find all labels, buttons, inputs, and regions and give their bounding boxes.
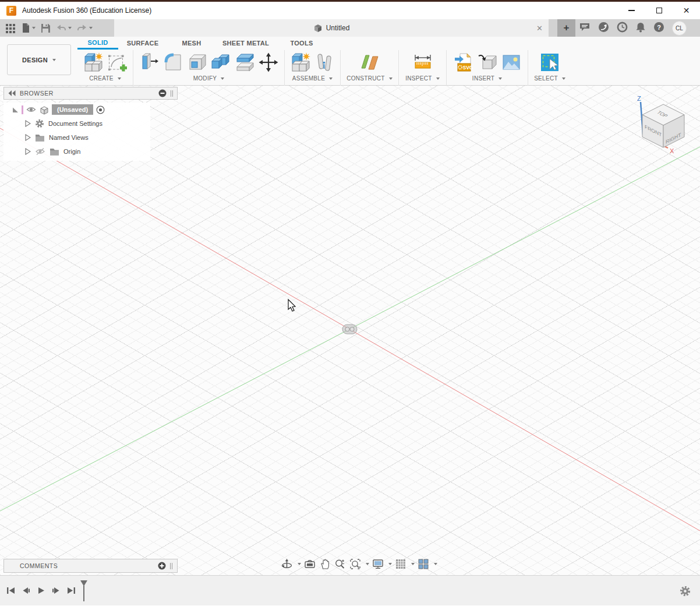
browser-tree: (Unsaved) Document Settings Named Views bbox=[3, 103, 150, 161]
fit-caret-icon[interactable] bbox=[366, 563, 369, 565]
activate-radio-icon[interactable] bbox=[96, 105, 105, 114]
modeling-canvas[interactable]: TOP FRONT RIGHT Z X BROWSER (Uns bbox=[0, 86, 700, 575]
display-settings-button[interactable] bbox=[372, 558, 384, 570]
notification-center-clock-icon[interactable] bbox=[617, 22, 628, 35]
orbit-caret-icon[interactable] bbox=[298, 563, 301, 565]
browser-item-named-views[interactable]: Named Views bbox=[3, 131, 150, 145]
browser-header[interactable]: BROWSER bbox=[3, 87, 178, 100]
extensions-icon[interactable] bbox=[598, 22, 609, 35]
redo-button[interactable] bbox=[77, 23, 93, 33]
browser-item-origin[interactable]: Origin bbox=[3, 145, 150, 158]
tab-solid[interactable]: SOLID bbox=[77, 37, 118, 50]
grid-caret-icon[interactable] bbox=[411, 563, 415, 565]
orbit-button[interactable] bbox=[280, 558, 294, 570]
browser-root-row[interactable]: (Unsaved) bbox=[3, 103, 150, 117]
zoom-button[interactable] bbox=[334, 558, 347, 570]
panel-grip[interactable] bbox=[171, 90, 173, 97]
tab-sheet-metal[interactable]: SHEET METAL bbox=[216, 37, 275, 50]
pan-button[interactable] bbox=[319, 558, 331, 570]
shell-button[interactable] bbox=[186, 51, 208, 74]
timeline-settings-gear-icon[interactable] bbox=[680, 586, 691, 599]
press-pull-button[interactable] bbox=[138, 51, 160, 74]
origin-marker[interactable] bbox=[342, 325, 357, 334]
group-insert-label[interactable]: INSERT bbox=[472, 75, 502, 82]
workspace-switcher-button[interactable]: DESIGN bbox=[7, 44, 71, 75]
group-modify-label[interactable]: MODIFY bbox=[193, 75, 225, 82]
job-status-icon[interactable] bbox=[579, 22, 591, 34]
select-button[interactable] bbox=[539, 51, 561, 74]
fit-button[interactable] bbox=[349, 558, 362, 570]
group-assemble-label[interactable]: ASSEMBLE bbox=[292, 75, 333, 82]
expand-arrow-icon[interactable] bbox=[12, 106, 19, 113]
notifications-bell-icon[interactable] bbox=[635, 22, 646, 35]
save-button[interactable] bbox=[41, 23, 51, 33]
document-root-label[interactable]: (Unsaved) bbox=[52, 104, 93, 115]
ribbon-groups: CREATE bbox=[77, 50, 571, 86]
group-inspect: INSPECT bbox=[399, 50, 447, 86]
assemble-caret-icon bbox=[329, 77, 333, 80]
combine-button[interactable] bbox=[210, 51, 232, 74]
tab-surface[interactable]: SURFACE bbox=[118, 37, 167, 50]
new-tab-button[interactable]: + bbox=[557, 19, 575, 37]
insert-mesh-button[interactable] bbox=[476, 51, 499, 74]
document-tab[interactable]: Untitled ✕ bbox=[114, 19, 549, 37]
timeline-go-end-button[interactable] bbox=[66, 586, 76, 596]
assemble-new-component-button[interactable] bbox=[289, 51, 312, 74]
add-comment-icon[interactable] bbox=[158, 562, 166, 570]
fillet-button[interactable] bbox=[162, 51, 184, 74]
tab-mesh[interactable]: MESH bbox=[167, 37, 216, 50]
collapse-panel-icon[interactable] bbox=[8, 90, 16, 96]
browser-item-document-settings[interactable]: Document Settings bbox=[3, 117, 150, 131]
group-create-label[interactable]: CREATE bbox=[89, 75, 121, 82]
viewports-caret-icon[interactable] bbox=[434, 563, 437, 565]
comments-panel[interactable]: COMMENTS bbox=[3, 559, 178, 573]
minimize-button[interactable] bbox=[618, 2, 645, 19]
move-copy-button[interactable] bbox=[257, 51, 280, 74]
offset-face-button[interactable] bbox=[234, 51, 256, 74]
joint-button[interactable] bbox=[313, 51, 335, 74]
gear-icon bbox=[35, 119, 44, 128]
timeline-step-back-button[interactable] bbox=[21, 586, 31, 596]
measure-button[interactable] bbox=[412, 51, 434, 74]
application-bar: Untitled ✕ + ? CL bbox=[0, 19, 700, 37]
viewports-button[interactable] bbox=[417, 558, 430, 570]
undo-button[interactable] bbox=[56, 23, 72, 33]
close-button[interactable]: ✕ bbox=[673, 2, 700, 19]
new-component-button[interactable] bbox=[82, 51, 104, 74]
timeline-step-forward-button[interactable] bbox=[51, 586, 61, 596]
chevron-right-icon[interactable] bbox=[25, 134, 31, 141]
file-caret-icon bbox=[32, 27, 36, 29]
timeline-play-button[interactable] bbox=[36, 586, 46, 596]
grid-snaps-button[interactable] bbox=[394, 558, 407, 570]
inspect-caret-icon bbox=[436, 77, 440, 80]
construct-plane-button[interactable] bbox=[353, 51, 386, 74]
document-node-cube-icon bbox=[39, 105, 49, 115]
timeline-go-start-button[interactable] bbox=[6, 586, 16, 596]
timeline-position-marker[interactable] bbox=[79, 580, 89, 604]
user-avatar[interactable]: CL bbox=[672, 21, 687, 36]
group-construct-label[interactable]: CONSTRUCT bbox=[347, 75, 392, 82]
chevron-right-icon[interactable] bbox=[25, 120, 31, 127]
panel-grip[interactable] bbox=[170, 563, 172, 569]
undo-caret-icon bbox=[68, 27, 72, 29]
group-select-label[interactable]: SELECT bbox=[534, 75, 565, 82]
viewcube[interactable]: TOP FRONT RIGHT Z X bbox=[629, 91, 699, 161]
remove-panel-icon[interactable] bbox=[158, 89, 167, 97]
data-panel-icon[interactable] bbox=[5, 23, 16, 33]
help-icon[interactable]: ? bbox=[653, 22, 664, 35]
insert-svg-button[interactable]: SVG bbox=[452, 51, 475, 74]
visibility-eye-icon[interactable] bbox=[26, 106, 36, 113]
quick-access-toolbar bbox=[5, 19, 93, 37]
group-inspect-label[interactable]: INSPECT bbox=[405, 75, 439, 82]
create-sketch-button[interactable] bbox=[106, 51, 128, 74]
chevron-right-icon[interactable] bbox=[25, 148, 31, 155]
look-at-button[interactable] bbox=[303, 558, 316, 570]
tab-tools[interactable]: TOOLS bbox=[275, 37, 328, 50]
file-menu-button[interactable] bbox=[21, 23, 36, 33]
insert-canvas-button[interactable] bbox=[500, 51, 522, 74]
maximize-button[interactable] bbox=[645, 2, 673, 19]
group-create: CREATE bbox=[77, 50, 133, 86]
display-caret-icon[interactable] bbox=[388, 563, 392, 565]
visibility-off-eye-icon[interactable] bbox=[35, 147, 45, 156]
document-tab-close-icon[interactable]: ✕ bbox=[536, 19, 543, 37]
